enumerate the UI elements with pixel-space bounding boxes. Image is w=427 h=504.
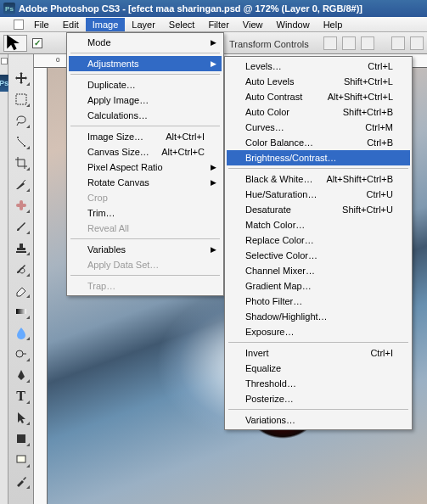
- dock-toggle[interactable]: [1, 58, 8, 64]
- menu-auto-contrast[interactable]: Auto ContrastAlt+Shift+Ctrl+L: [227, 89, 410, 104]
- transform-controls-label: Transform Controls: [229, 39, 309, 49]
- menu-apply-data-set: Apply Data Set…: [69, 257, 222, 272]
- menu-image-size[interactable]: Image Size…Alt+Ctrl+I: [69, 129, 222, 144]
- menu-file[interactable]: File: [27, 18, 56, 31]
- app-icon: Ps: [3, 3, 15, 14]
- auto-select-check[interactable]: ✓: [32, 38, 42, 48]
- menu-black-white[interactable]: Black & White…Alt+Shift+Ctrl+B: [227, 171, 410, 187]
- separator: [70, 126, 220, 126]
- eraser-tool[interactable]: [12, 282, 31, 299]
- align-icon[interactable]: [342, 36, 356, 50]
- menu-select[interactable]: Select: [162, 18, 202, 31]
- menu-apply-image[interactable]: Apply Image…: [69, 92, 222, 108]
- notes-tool[interactable]: [12, 451, 31, 468]
- menu-edit[interactable]: Edit: [56, 18, 86, 31]
- menu-duplicate[interactable]: Duplicate…: [69, 77, 222, 92]
- menu-adjustments[interactable]: Adjustments▶: [69, 56, 222, 71]
- menu-gradient-map[interactable]: Gradient Map…: [227, 278, 410, 294]
- separator: [70, 53, 220, 53]
- crop-tool[interactable]: [12, 154, 31, 171]
- separator: [228, 409, 408, 410]
- separator: [70, 275, 220, 276]
- healing-tool[interactable]: [12, 197, 31, 214]
- history-brush-tool[interactable]: [12, 260, 31, 277]
- separator: [228, 342, 408, 343]
- marquee-tool[interactable]: [12, 91, 31, 108]
- menu-variables[interactable]: Variables▶: [69, 242, 222, 257]
- menu-curves[interactable]: Curves…Ctrl+M: [227, 120, 410, 135]
- gradient-tool[interactable]: [12, 303, 31, 320]
- vertical-ruler[interactable]: [34, 68, 48, 504]
- menu-exposure[interactable]: Exposure…: [227, 324, 410, 339]
- image-menu: Mode▶ Adjustments▶ Duplicate… Apply Imag…: [66, 32, 224, 296]
- menu-hue-saturation[interactable]: Hue/Saturation…Ctrl+U: [227, 187, 410, 202]
- menu-channel-mixer[interactable]: Channel Mixer…: [227, 263, 410, 278]
- tool-preset[interactable]: [3, 35, 27, 52]
- brush-tool[interactable]: [12, 218, 31, 235]
- align-icon[interactable]: [410, 36, 424, 50]
- menu-filter[interactable]: Filter: [201, 18, 235, 31]
- separator: [70, 238, 220, 239]
- menu-match-color[interactable]: Match Color…: [227, 217, 410, 232]
- menu-photo-filter[interactable]: Photo Filter…: [227, 294, 410, 309]
- align-icon[interactable]: [323, 36, 337, 50]
- menu-view[interactable]: View: [236, 18, 270, 31]
- slice-tool[interactable]: [12, 176, 31, 193]
- menu-variations[interactable]: Variations…: [227, 412, 410, 428]
- menu-auto-levels[interactable]: Auto LevelsShift+Ctrl+L: [227, 74, 410, 89]
- wand-tool[interactable]: [12, 133, 31, 150]
- menu-selective-color[interactable]: Selective Color…: [227, 248, 410, 263]
- eyedropper-tool[interactable]: [12, 473, 31, 490]
- dodge-tool[interactable]: [12, 345, 31, 362]
- menu-levels[interactable]: Levels…Ctrl+L: [227, 59, 410, 74]
- menu-trim[interactable]: Trim…: [69, 205, 222, 221]
- svg-point-1: [24, 145, 25, 147]
- type-tool[interactable]: T: [12, 388, 31, 405]
- menu-canvas-size[interactable]: Canvas Size…Alt+Ctrl+C: [69, 144, 222, 160]
- menu-rotate-canvas[interactable]: Rotate Canvas▶: [69, 175, 222, 190]
- menu-equalize[interactable]: Equalize: [227, 361, 410, 376]
- menu-window[interactable]: Window: [270, 18, 317, 31]
- menu-help[interactable]: Help: [317, 18, 350, 31]
- separator: [228, 168, 408, 169]
- menu-shadow-highlight[interactable]: Shadow/Highlight…: [227, 309, 410, 324]
- title-bar: Ps Adobe Photoshop CS3 - [efect maa shar…: [0, 0, 427, 17]
- path-select-tool[interactable]: [12, 409, 31, 426]
- menu-replace-color[interactable]: Replace Color…: [227, 232, 410, 248]
- align-icon[interactable]: [361, 36, 374, 50]
- menu-layer[interactable]: Layer: [125, 18, 162, 31]
- menu-threshold[interactable]: Threshold…: [227, 376, 410, 391]
- adjustments-submenu: Levels…Ctrl+L Auto LevelsShift+Ctrl+L Au…: [224, 56, 413, 430]
- menu-color-balance[interactable]: Color Balance…Ctrl+B: [227, 135, 410, 150]
- window-title: Adobe Photoshop CS3 - [efect maa sharing…: [19, 3, 362, 14]
- menu-reveal-all: Reveal All: [69, 221, 222, 236]
- menu-mode[interactable]: Mode▶: [69, 35, 222, 50]
- menu-posterize[interactable]: Posterize…: [227, 391, 410, 406]
- separator: [70, 74, 220, 75]
- align-icon[interactable]: [391, 36, 405, 50]
- menu-invert[interactable]: InvertCtrl+I: [227, 345, 410, 361]
- menu-bar: File Edit Image Layer Select Filter View…: [0, 17, 427, 32]
- stamp-tool[interactable]: [12, 239, 31, 256]
- pen-tool[interactable]: [12, 367, 31, 384]
- svg-rect-6: [17, 434, 25, 443]
- menu-image[interactable]: Image: [86, 18, 126, 31]
- svg-rect-4: [16, 309, 26, 314]
- menu-trap: Trap…: [69, 278, 222, 294]
- document-icon[interactable]: [14, 20, 24, 30]
- menu-crop: Crop: [69, 190, 222, 205]
- dock-strip: Ps: [0, 54, 8, 504]
- lasso-tool[interactable]: [12, 112, 31, 129]
- toolbox: T: [8, 54, 34, 504]
- shape-tool[interactable]: [12, 430, 31, 447]
- menu-brightness-contrast[interactable]: Brightness/Contrast…: [227, 150, 410, 165]
- svg-rect-3: [20, 200, 23, 210]
- menu-pixel-aspect[interactable]: Pixel Aspect Ratio▶: [69, 160, 222, 175]
- svg-point-5: [16, 350, 23, 357]
- move-tool[interactable]: [12, 70, 31, 87]
- blur-tool[interactable]: [12, 324, 31, 341]
- menu-auto-color[interactable]: Auto ColorShift+Ctrl+B: [227, 104, 410, 120]
- menu-calculations[interactable]: Calculations…: [69, 108, 222, 123]
- svg-rect-0: [16, 94, 26, 104]
- menu-desaturate[interactable]: DesaturateShift+Ctrl+U: [227, 202, 410, 217]
